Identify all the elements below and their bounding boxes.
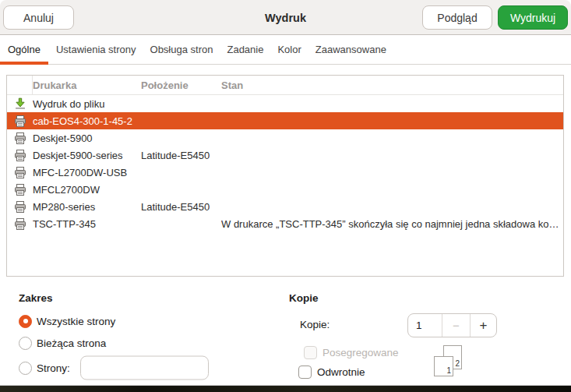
printer-name: TSC-TTP-345 (33, 218, 141, 230)
printer-row[interactable]: Deskjet-5900 (7, 129, 563, 147)
column-header-drukarka[interactable]: Drukarka (33, 79, 141, 91)
preview-button[interactable]: Podgląd (422, 5, 492, 30)
copies-stepper: 1 − + (407, 313, 497, 337)
copies-increment-button[interactable]: + (471, 314, 496, 337)
printer-icon (14, 201, 26, 213)
printer-icon (7, 167, 33, 178)
printer-icon (14, 115, 26, 127)
printer-icon (7, 132, 33, 144)
reverse-order-label: Odwrotnie (317, 366, 365, 378)
printer-row[interactable]: Deskjet-5900-seriesLatitude-E5450 (7, 147, 563, 164)
tab-ogolne[interactable]: Ogólne (0, 35, 48, 64)
printer-row[interactable]: TSC-TTP-345W drukarce „TSC-TTP-345” skoń… (7, 215, 563, 232)
tab-zaawansowane[interactable]: Zaawansowane (309, 35, 393, 64)
page-order-preview-number: 2 (455, 360, 460, 368)
printer-row[interactable]: MFC-L2700DW-USB (7, 164, 563, 181)
cancel-button[interactable]: Anuluj (3, 5, 74, 30)
printer-row[interactable]: Wydruk do pliku (7, 95, 563, 112)
radio-wszystkie-strony[interactable] (19, 315, 32, 328)
printer-icon (7, 218, 33, 230)
tab-kolor[interactable]: Kolor (271, 35, 307, 64)
printer-status: W drukarce „TSC-TTP-345” skończyła się c… (221, 218, 563, 230)
copies-value[interactable]: 1 (408, 314, 442, 337)
reverse-order-checkbox[interactable] (298, 366, 312, 379)
save-to-file-icon (14, 97, 26, 110)
printer-row[interactable]: MP280-seriesLatitude-E5450 (7, 198, 563, 215)
tab-zadanie[interactable]: Zadanie (220, 35, 270, 64)
printer-location: Latitude-E5450 (141, 201, 221, 213)
radio-biezaca-strona[interactable] (19, 337, 32, 350)
save-to-file-icon (7, 97, 33, 110)
copies-section-title: Kopie (289, 292, 319, 304)
range-option-biezaca-strona: Bieżąca strona (19, 336, 106, 350)
printer-name: MP280-series (33, 201, 141, 213)
printer-name: Wydruk do pliku (33, 98, 141, 110)
printer-name: cab-EOS4-300-1-45-2 (33, 115, 141, 127)
printer-icon (14, 167, 26, 178)
radio-label-biezaca-strona: Bieżąca strona (37, 337, 106, 349)
printer-name: Deskjet-5900 (33, 132, 141, 144)
print-button[interactable]: Wydrukuj (498, 5, 568, 30)
tab-obsluga-stron[interactable]: Obsługa stron (144, 35, 220, 64)
collate-checkbox (304, 346, 317, 359)
copies-decrement-button[interactable]: − (442, 314, 471, 337)
tab-bar: OgólneUstawienia stronyObsługa stronZada… (0, 35, 571, 65)
printer-icon (14, 184, 26, 196)
dialog-titlebar: Anuluj Wydruk Podgląd Wydrukuj (0, 0, 571, 35)
printer-name: Deskjet-5900-series (33, 150, 141, 161)
printer-name: MFCL2700DW (33, 184, 141, 196)
radio-label-wszystkie-strony: Wszystkie strony (37, 316, 115, 327)
printer-icon (7, 201, 33, 213)
column-header-stan[interactable]: Stan (221, 79, 563, 91)
printer-icon (7, 184, 33, 196)
range-section-title: Zakres (19, 292, 53, 304)
printer-icon (7, 115, 33, 127)
page-order-preview-number: 1 (446, 367, 451, 375)
printer-row[interactable]: MFCL2700DW (7, 181, 563, 198)
printer-name: MFC-L2700DW-USB (33, 167, 141, 178)
printer-table-header: DrukarkaPołożenieStan (7, 76, 563, 95)
printer-table: DrukarkaPołożenieStan Wydruk do plikucab… (6, 75, 564, 277)
desktop-edge (0, 385, 571, 392)
range-option-strony: Strony: (19, 361, 70, 375)
pages-input[interactable] (80, 356, 209, 380)
copies-label: Kopie: (300, 319, 330, 330)
radio-strony[interactable] (19, 362, 32, 375)
tab-ustawienia-strony[interactable]: Ustawienia strony (50, 35, 143, 64)
page-order-preview-front: 1 (434, 356, 453, 376)
column-header-icon (7, 76, 33, 94)
radio-label-strony: Strony: (37, 362, 70, 374)
range-option-wszystkie-strony: Wszystkie strony (19, 314, 115, 328)
collate-label: Posegregowane (323, 347, 399, 358)
printer-location: Latitude-E5450 (141, 150, 221, 161)
column-header-polozenie[interactable]: Położenie (141, 79, 221, 91)
printer-row[interactable]: cab-EOS4-300-1-45-2 (7, 112, 563, 129)
printer-icon (14, 132, 26, 144)
printer-icon (14, 150, 26, 161)
printer-icon (14, 218, 26, 230)
printer-icon (7, 150, 33, 161)
